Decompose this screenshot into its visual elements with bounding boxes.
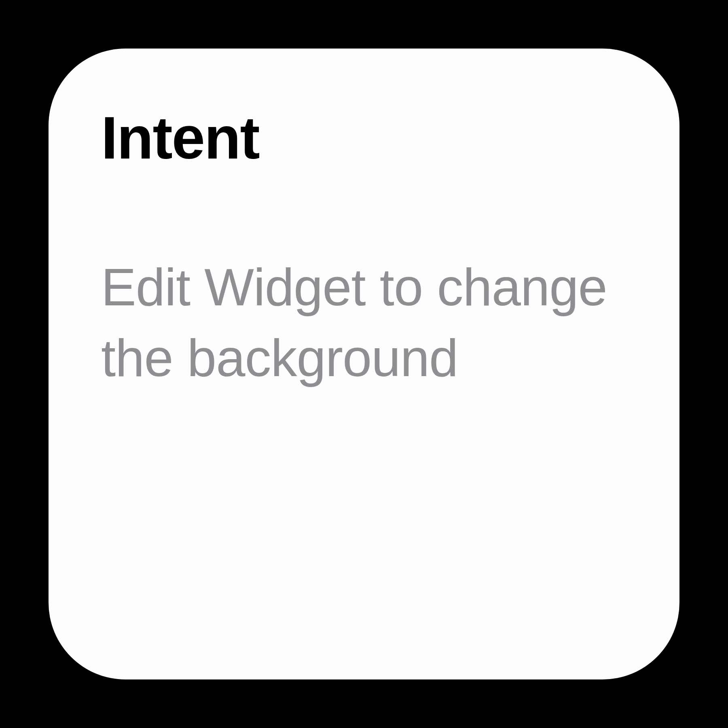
widget-title: Intent xyxy=(101,105,627,171)
widget-card[interactable]: Intent Edit Widget to change the backgro… xyxy=(49,49,679,679)
widget-description: Edit Widget to change the background xyxy=(101,252,627,394)
